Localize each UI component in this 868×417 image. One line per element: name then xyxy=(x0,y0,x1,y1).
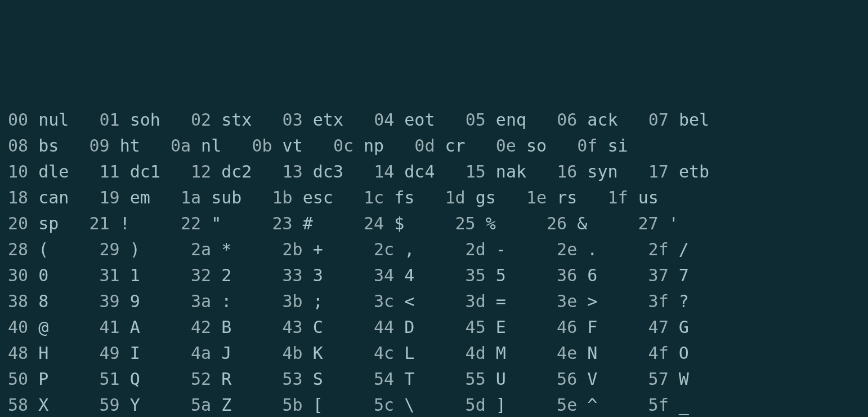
ascii-hex: 04 xyxy=(374,110,394,130)
ascii-row: 3883993a:3b;3c<3d=3e>3f? xyxy=(8,289,860,314)
ascii-char: @ xyxy=(38,317,48,337)
ascii-hex: 5f xyxy=(648,395,669,415)
ascii-hex: 03 xyxy=(283,110,303,130)
ascii-cell: 45E xyxy=(466,314,526,340)
ascii-row: 28(29)2a*2b+2c,2d-2e.2f/ xyxy=(8,237,860,263)
ascii-cell: 04eot xyxy=(374,107,435,133)
ascii-cell: 43C xyxy=(283,314,343,340)
ascii-char: U xyxy=(496,369,506,389)
ascii-cell: 08bs xyxy=(8,133,59,159)
ascii-char: * xyxy=(221,239,231,259)
ascii-hex: 14 xyxy=(374,162,394,181)
ascii-cell: 18can xyxy=(8,185,69,211)
ascii-hex: 4b xyxy=(283,343,303,363)
ascii-cell: 19em xyxy=(100,185,150,211)
ascii-cell: 16syn xyxy=(557,159,618,185)
ascii-hex: 0b xyxy=(252,136,272,156)
ascii-hex: 33 xyxy=(283,265,303,285)
ascii-char: / xyxy=(679,239,689,259)
ascii-cell: 28( xyxy=(8,237,69,263)
ascii-char: # xyxy=(303,214,313,233)
ascii-cell: 53S xyxy=(283,366,343,392)
ascii-hex: 12 xyxy=(191,162,211,181)
ascii-cell: 4aJ xyxy=(191,340,252,366)
ascii-hex: 36 xyxy=(557,265,577,285)
ascii-cell: 2a* xyxy=(191,237,252,263)
ascii-hex: 3f xyxy=(648,291,669,311)
ascii-hex: 3b xyxy=(283,291,303,311)
ascii-name: ack xyxy=(587,110,618,130)
ascii-hex: 49 xyxy=(100,343,120,363)
ascii-hex: 5e xyxy=(557,395,577,415)
ascii-cell: 5d] xyxy=(466,392,526,417)
ascii-hex: 26 xyxy=(547,214,567,233)
ascii-cell: 4eN xyxy=(557,340,618,366)
ascii-char: A xyxy=(130,317,140,337)
ascii-char: H xyxy=(38,343,48,363)
ascii-hex: 1b xyxy=(272,188,293,207)
ascii-cell: 1ers xyxy=(526,185,577,211)
ascii-char: ( xyxy=(38,239,48,259)
ascii-hex: 1d xyxy=(445,188,466,207)
ascii-hex: 51 xyxy=(100,369,120,389)
ascii-name: eot xyxy=(404,110,435,130)
ascii-cell: 48H xyxy=(8,340,69,366)
ascii-hex: 15 xyxy=(466,162,486,181)
ascii-hex: 38 xyxy=(8,291,28,311)
ascii-char: 6 xyxy=(587,265,597,285)
ascii-hex: 3e xyxy=(557,291,577,311)
ascii-hex: 2b xyxy=(283,239,303,259)
ascii-name: nak xyxy=(496,162,526,181)
ascii-cell: 5b[ xyxy=(283,392,343,417)
ascii-cell: 322 xyxy=(191,263,252,289)
ascii-char: T xyxy=(404,369,414,389)
ascii-char: 9 xyxy=(130,291,140,311)
ascii-hex: 2f xyxy=(648,239,669,259)
ascii-cell: 2e. xyxy=(557,237,618,263)
ascii-char: ! xyxy=(120,214,130,233)
ascii-cell: 29) xyxy=(100,237,160,263)
ascii-hex: 22 xyxy=(181,214,201,233)
ascii-hex: 5d xyxy=(466,395,486,415)
ascii-hex: 1f xyxy=(607,188,628,207)
ascii-hex: 43 xyxy=(283,317,303,337)
ascii-name: vt xyxy=(283,136,303,156)
ascii-char: & xyxy=(577,214,587,233)
ascii-cell: 56V xyxy=(557,366,618,392)
ascii-name: stx xyxy=(221,110,252,130)
ascii-row: 40@41A42B43C44D45E46F47G xyxy=(8,314,860,340)
ascii-row: 58X59Y5aZ5b[5c\5d]5e^5f_ xyxy=(8,392,860,417)
ascii-hex: 19 xyxy=(100,188,120,207)
ascii-cell: 13dc3 xyxy=(283,159,343,185)
ascii-hex: 55 xyxy=(466,369,486,389)
ascii-hex: 35 xyxy=(466,265,486,285)
ascii-cell: 15nak xyxy=(466,159,526,185)
ascii-char: 4 xyxy=(404,265,414,285)
ascii-char: V xyxy=(587,369,597,389)
ascii-name: enq xyxy=(496,110,526,130)
ascii-cell: 2d- xyxy=(466,237,526,263)
ascii-char: N xyxy=(587,343,597,363)
ascii-char: S xyxy=(313,369,323,389)
ascii-cell: 21! xyxy=(89,211,150,237)
ascii-char: ' xyxy=(669,214,679,233)
ascii-cell: 0bvt xyxy=(252,133,302,159)
ascii-char: X xyxy=(38,395,48,415)
ascii-cell: 5aZ xyxy=(191,392,252,417)
ascii-char: ; xyxy=(313,291,323,311)
ascii-hex: 47 xyxy=(648,317,669,337)
ascii-hex: 4c xyxy=(374,343,394,363)
ascii-char: J xyxy=(221,343,231,363)
ascii-hex: 0a xyxy=(171,136,191,156)
ascii-cell: 5e^ xyxy=(557,392,618,417)
ascii-cell: 11dc1 xyxy=(100,159,160,185)
ascii-hex: 5c xyxy=(374,395,394,415)
ascii-row: 300311322333344355366377 xyxy=(8,263,860,289)
ascii-cell: 300 xyxy=(8,263,69,289)
ascii-char: M xyxy=(496,343,506,363)
ascii-char: 5 xyxy=(496,265,506,285)
ascii-cell: 22" xyxy=(181,211,241,237)
ascii-row: 00nul01soh02stx03etx04eot05enq06ack07bel xyxy=(8,107,860,133)
ascii-char: 7 xyxy=(679,265,689,285)
ascii-hex: 31 xyxy=(100,265,120,285)
